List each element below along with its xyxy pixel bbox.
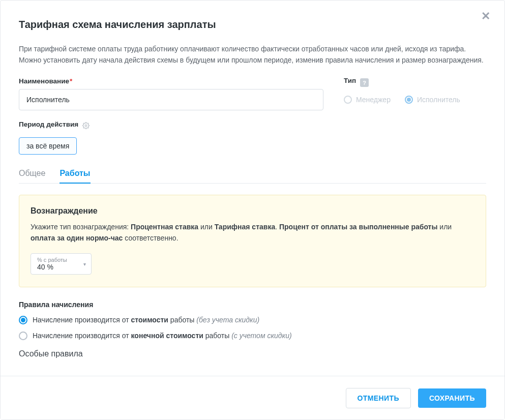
- name-field-group: Наименование*: [19, 77, 323, 110]
- type-field-group: Тип ? Менеджер Исполнитель: [344, 77, 486, 110]
- type-manager-label: Менеджер: [356, 96, 391, 104]
- period-value-button[interactable]: за всё время: [19, 137, 77, 155]
- required-mark: *: [70, 77, 72, 85]
- gear-icon[interactable]: [82, 122, 90, 131]
- period-section: Период действия за всё время: [19, 121, 486, 155]
- type-radio-manager[interactable]: Менеджер: [344, 96, 391, 104]
- chevron-down-icon: ▾: [83, 261, 86, 266]
- rule-option-cost[interactable]: Начисление производится от стоимости раб…: [19, 316, 486, 324]
- rule-option-text: Начисление производится от стоимости раб…: [33, 316, 259, 324]
- close-button[interactable]: ✕: [481, 11, 490, 22]
- reward-type-select[interactable]: % с работы 40 % ▾: [31, 253, 92, 275]
- modal-dialog: ✕ Тарифная схема начисления зарплаты При…: [0, 0, 505, 420]
- help-icon[interactable]: ?: [360, 78, 369, 87]
- tabs: Общее Работы: [19, 169, 486, 184]
- modal-footer: ОТМЕНИТЬ СОХРАНИТЬ: [1, 376, 504, 419]
- reward-panel: Вознаграждение Укажите тип вознаграждени…: [19, 195, 486, 287]
- rule-option-text: Начисление производится от конечной стои…: [33, 332, 292, 340]
- special-rules-title: Особые правила: [19, 349, 486, 358]
- reward-title: Вознаграждение: [31, 206, 474, 216]
- calculation-rules-section: Правила начисления Начисление производит…: [19, 301, 486, 340]
- type-header: Тип ?: [344, 77, 486, 88]
- svg-point-0: [85, 125, 87, 127]
- type-label: Тип: [344, 77, 356, 84]
- cancel-button[interactable]: ОТМЕНИТЬ: [346, 388, 411, 408]
- reward-description: Укажите тип вознаграждения: Процентная с…: [31, 222, 474, 244]
- save-button[interactable]: СОХРАНИТЬ: [418, 388, 486, 408]
- name-input[interactable]: [19, 89, 323, 110]
- radio-icon: [405, 96, 413, 104]
- modal-title: Тарифная схема начисления зарплаты: [19, 19, 486, 31]
- name-label: Наименование*: [19, 77, 72, 85]
- period-label: Период действия: [19, 121, 78, 128]
- period-header: Период действия: [19, 121, 486, 132]
- close-icon: ✕: [481, 10, 490, 22]
- type-radio-row: Менеджер Исполнитель: [344, 96, 486, 104]
- fields-row: Наименование* Тип ? Менеджер Исполнит: [19, 77, 486, 110]
- radio-icon: [19, 332, 27, 340]
- type-executor-label: Исполнитель: [417, 96, 460, 104]
- select-label: % с работы: [37, 257, 76, 263]
- rule-option-final-cost[interactable]: Начисление производится от конечной стои…: [19, 332, 486, 340]
- radio-icon: [19, 316, 27, 324]
- type-radio-executor[interactable]: Исполнитель: [405, 96, 460, 104]
- rules-title: Правила начисления: [19, 301, 486, 309]
- tab-general[interactable]: Общее: [19, 169, 45, 183]
- radio-icon: [344, 96, 352, 104]
- modal-description: При тарифной системе оплаты труда работн…: [19, 44, 486, 66]
- select-value: 40 %: [37, 263, 76, 271]
- modal-body: Тарифная схема начисления зарплаты При т…: [1, 1, 504, 419]
- tab-works[interactable]: Работы: [60, 169, 90, 183]
